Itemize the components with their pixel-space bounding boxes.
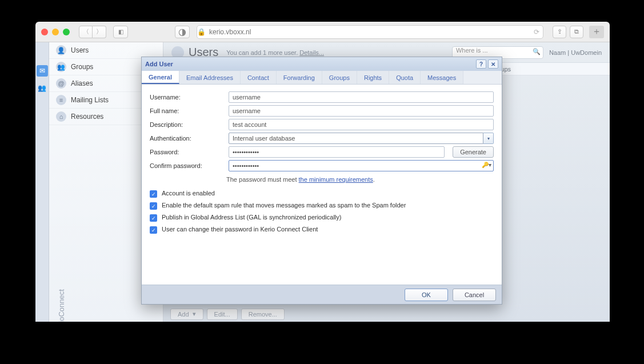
url-text: kerio.vboxx.nl [209, 28, 251, 36]
authentication-label: Authentication: [150, 135, 224, 142]
mailing-lists-icon: ≡ [56, 95, 66, 105]
checkbox-checked-icon: ✓ [150, 190, 157, 198]
checkbox-group: ✓ Account is enabled ✓ Enable the defaul… [150, 190, 494, 234]
check-gal[interactable]: ✓ Publish in Global Address List (GAL is… [150, 214, 494, 222]
tab-forwarding[interactable]: Forwarding [277, 71, 322, 84]
check-change-password[interactable]: ✓ User can change their password in Keri… [150, 226, 494, 234]
back-button[interactable]: 〈 [79, 26, 93, 38]
users-icon: 👤 [56, 45, 66, 55]
hint-post: . [373, 176, 375, 183]
share-button[interactable]: ⇪ [553, 26, 566, 38]
details-link[interactable]: Details... [299, 49, 324, 56]
lock-icon: 🔒 [197, 28, 206, 36]
username-input[interactable] [229, 91, 494, 103]
dialog-tabs: General Email Addresses Contact Forwardi… [142, 71, 502, 85]
search-placeholder: Where is ... [456, 47, 488, 54]
dialog-titlebar: Add User ? ✕ [142, 57, 502, 71]
fullname-input[interactable] [229, 105, 494, 117]
privacy-shield-button[interactable]: ◑ [175, 26, 190, 38]
sidebar-item-label: Users [71, 46, 89, 54]
dialog-footer: OK Cancel [142, 285, 502, 304]
sidebar-item-label: Groups [71, 63, 93, 71]
add-user-dialog: Add User ? ✕ General Email Addresses Con… [141, 57, 502, 305]
help-button[interactable]: ? [476, 59, 486, 69]
search-icon: 🔍 [533, 48, 541, 55]
tabs-button[interactable]: ⧉ [570, 26, 583, 38]
domain-selector[interactable]: Naam | UwDomein [549, 49, 602, 56]
sidebar-toggle-button[interactable]: ◧ [113, 26, 128, 38]
close-window-button[interactable] [41, 29, 48, 35]
description-label: Description: [150, 121, 224, 128]
toolbar: Add▾ Edit... Remove... [163, 306, 610, 322]
password-label: Password: [150, 149, 224, 155]
hint-pre: The password must meet [226, 176, 299, 183]
blurb-text: You can add 1 more user. [226, 49, 299, 56]
check-label: Account is enabled [162, 190, 215, 197]
tab-email-addresses[interactable]: Email Addresses [179, 71, 241, 84]
reload-icon[interactable]: ⟳ [534, 28, 539, 36]
titlebar: 〈 〉 ◧ ◑ 🔒 kerio.vboxx.nl ⟳ ⇪ ⧉ ＋ [35, 22, 610, 42]
app-frame: ✉ 👥 KerioConnect 👤 Users 👥 Groups @ Alia… [35, 42, 610, 322]
fullname-label: Full name: [150, 107, 224, 114]
zoom-window-button[interactable] [63, 29, 70, 35]
check-account-enabled[interactable]: ✓ Account is enabled [150, 190, 494, 198]
forward-button[interactable]: 〉 [93, 26, 106, 38]
remove-button[interactable]: Remove... [241, 309, 285, 320]
tab-messages[interactable]: Messages [421, 71, 463, 84]
nav-buttons: 〈 〉 [79, 26, 106, 38]
password-input[interactable] [229, 146, 445, 158]
new-tab-button[interactable]: ＋ [589, 26, 604, 38]
authentication-select[interactable] [229, 133, 483, 144]
sidebar-item-label: Mailing Lists [71, 96, 109, 104]
tab-general[interactable]: General [142, 71, 179, 84]
checkbox-checked-icon: ✓ [150, 226, 157, 234]
generate-button[interactable]: Generate [453, 146, 494, 158]
groups-icon: 👥 [56, 62, 66, 72]
tab-rights[interactable]: Rights [357, 71, 389, 84]
window-controls [41, 29, 70, 35]
minimize-window-button[interactable] [52, 29, 59, 35]
checkbox-checked-icon: ✓ [150, 202, 157, 210]
browser-window: 〈 〉 ◧ ◑ 🔒 kerio.vboxx.nl ⟳ ⇪ ⧉ ＋ ✉ 👥 Ker… [35, 22, 610, 322]
chevron-down-icon: ▾ [193, 310, 196, 318]
resources-icon: ⌂ [56, 111, 66, 122]
rail-mail-icon[interactable]: ✉ [37, 65, 48, 77]
sidebar-item-label: Resources [71, 113, 103, 121]
aliases-icon: @ [56, 78, 66, 89]
tab-contact[interactable]: Contact [241, 71, 277, 84]
authentication-dropdown-button[interactable]: ▾ [483, 133, 494, 144]
edit-button[interactable]: Edit... [207, 309, 238, 320]
username-label: Username: [150, 94, 224, 101]
description-input[interactable] [229, 119, 494, 130]
header-blurb: You can add 1 more user. Details... [226, 49, 324, 56]
tab-groups[interactable]: Groups [322, 71, 357, 84]
min-requirements-link[interactable]: the minimum requirements [299, 176, 373, 183]
key-icon[interactable]: 🔑▾ [482, 162, 491, 168]
close-button[interactable]: ✕ [488, 59, 498, 69]
titlebar-right: ⇪ ⧉ [553, 26, 583, 38]
cancel-button[interactable]: Cancel [453, 289, 496, 301]
checkbox-checked-icon: ✓ [150, 214, 157, 222]
dialog-title: Add User [145, 61, 173, 67]
check-label: Publish in Global Address List (GAL is s… [162, 214, 341, 221]
add-button[interactable]: Add▾ [170, 309, 203, 320]
check-label: Enable the default spam rule that moves … [162, 202, 406, 209]
dialog-body: Username: Full name: Description: Authen… [142, 85, 502, 285]
confirm-password-input[interactable] [229, 160, 494, 171]
ok-button[interactable]: OK [405, 289, 448, 301]
rail-users-icon[interactable]: 👥 [37, 82, 48, 94]
check-spam-rule[interactable]: ✓ Enable the default spam rule that move… [150, 202, 494, 210]
vertical-rail: ✉ 👥 KerioConnect [35, 42, 49, 322]
check-label: User can change their password in Kerio … [162, 226, 318, 233]
sidebar-item-label: Aliases [71, 79, 93, 87]
confirm-password-label: Confirm password: [150, 162, 224, 169]
tab-quota[interactable]: Quota [389, 71, 421, 84]
url-bar[interactable]: 🔒 kerio.vboxx.nl ⟳ [197, 25, 543, 39]
password-hint: The password must meet the minimum requi… [226, 176, 494, 183]
brand-label: KerioConnect [57, 275, 66, 322]
